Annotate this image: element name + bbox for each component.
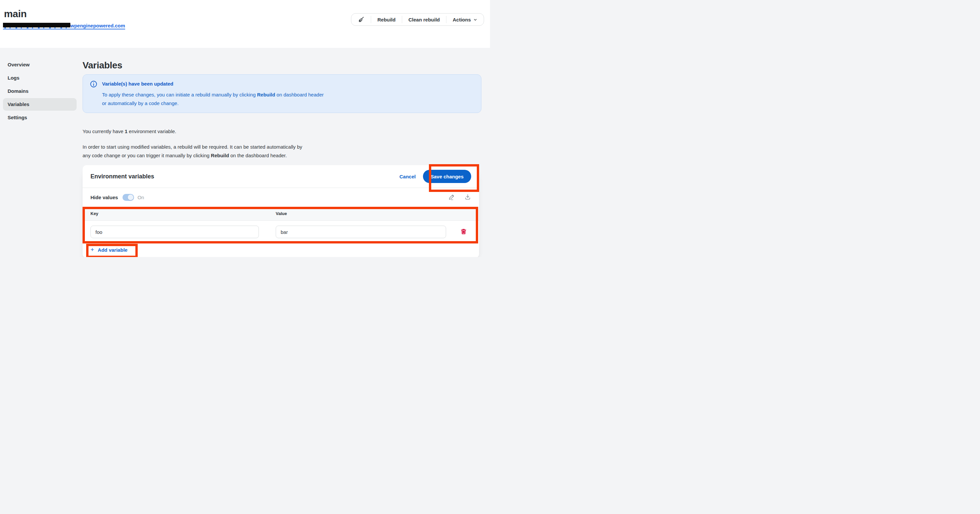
note-bold: Rebuild [211, 153, 229, 158]
summary-count: 1 [125, 129, 127, 134]
note-text: In order to start using modified variabl… [83, 144, 302, 150]
card-header-actions: Cancel Save changes [399, 170, 471, 183]
edit-variables-button[interactable] [449, 193, 455, 201]
value-column-header: Value [276, 211, 471, 216]
chevron-down-icon [473, 18, 477, 22]
sidebar-item-settings[interactable]: Settings [3, 111, 76, 124]
page-title: Variables [83, 60, 481, 71]
toggle-knob [128, 195, 134, 200]
environment-url-link[interactable]: wpenginepowered.com [3, 23, 125, 29]
clean-rebuild-button[interactable]: Clean rebuild [402, 14, 446, 26]
plus-icon: + [91, 246, 94, 253]
sidebar-item-variables[interactable]: Variables [3, 98, 76, 111]
sidebar: Overview Logs Domains Variables Settings [0, 48, 83, 257]
broom-icon [358, 16, 364, 23]
sidebar-item-logs[interactable]: Logs [3, 72, 76, 84]
page: main wpenginepowered.com Rebuild Clean r… [0, 0, 490, 257]
download-variables-button[interactable] [464, 193, 471, 201]
table-action-icons [449, 193, 471, 201]
alert-body-text: on dashboard header [275, 92, 324, 97]
variable-key-input[interactable] [91, 226, 259, 238]
add-variable-row: + Add variable [83, 243, 479, 253]
card-title: Environment variables [91, 173, 154, 180]
note-text: any code change or you can trigger it ma… [83, 153, 211, 158]
key-column-header: Key [91, 211, 276, 216]
environment-url-text: wpenginepowered.com [70, 23, 125, 29]
trash-icon [460, 228, 467, 236]
note-text: on the dashboard header. [229, 153, 287, 158]
variable-value-input[interactable] [276, 226, 446, 238]
alert-body-text: To apply these changes, you can initiate… [102, 92, 257, 97]
sidebar-item-overview[interactable]: Overview [3, 59, 76, 71]
top-header: main wpenginepowered.com Rebuild Clean r… [0, 0, 490, 48]
variable-count-text: You currently have 1 environment variabl… [83, 128, 481, 136]
variable-row [83, 221, 479, 243]
clean-cache-button[interactable] [351, 14, 371, 26]
info-alert: Variable(s) have been updated To apply t… [83, 74, 481, 113]
actions-menu-button[interactable]: Actions [446, 14, 484, 26]
variables-table: Key Value [83, 207, 479, 243]
hide-values-label: Hide values [91, 195, 118, 200]
alert-body-text: or automatically by a code change. [102, 101, 179, 106]
add-variable-label: Add variable [98, 247, 127, 253]
toggle-state-label: On [137, 195, 144, 200]
rebuild-note-text: In order to start using modified variabl… [83, 143, 481, 160]
download-icon [464, 193, 471, 201]
pencil-icon [449, 193, 455, 201]
cancel-button[interactable]: Cancel [399, 174, 416, 179]
alert-title: Variable(s) have been updated [102, 80, 324, 88]
main-content: Variables Variable(s) have been updated … [83, 48, 481, 257]
delete-variable-button[interactable] [460, 228, 467, 236]
save-changes-button[interactable]: Save changes [423, 170, 471, 183]
table-header-row: Key Value [83, 207, 479, 221]
add-variable-button[interactable]: + Add variable [91, 246, 127, 253]
environment-toolbar: Rebuild Clean rebuild Actions [351, 13, 484, 26]
sidebar-item-domains[interactable]: Domains [3, 85, 76, 97]
redaction-bar [3, 23, 70, 27]
alert-body: To apply these changes, you can initiate… [102, 91, 324, 108]
summary-text: environment variable. [127, 129, 176, 134]
hide-values-toggle[interactable] [123, 194, 134, 201]
alert-body-bold: Rebuild [257, 92, 275, 97]
environment-variables-card: Environment variables Cancel Save change… [83, 165, 479, 257]
card-header: Environment variables Cancel Save change… [83, 165, 479, 188]
hide-values-row: Hide values On [83, 188, 479, 207]
alert-content: Variable(s) have been updated To apply t… [102, 80, 324, 108]
rebuild-button[interactable]: Rebuild [371, 14, 402, 26]
actions-label: Actions [453, 17, 471, 22]
info-icon [90, 80, 97, 108]
summary-text: You currently have [83, 129, 125, 134]
